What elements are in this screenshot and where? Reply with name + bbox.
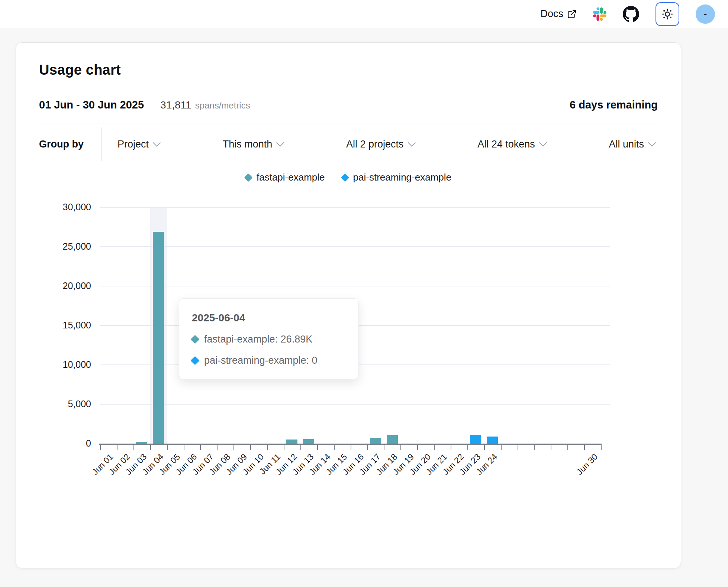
x-axis-tick xyxy=(267,445,268,450)
x-axis-tick xyxy=(217,445,218,450)
bar-fastapi-example-jun-17[interactable] xyxy=(370,438,381,444)
x-axis-tick xyxy=(601,445,602,450)
x-axis-tick-label: Jun 30 xyxy=(574,452,600,477)
x-axis-tick xyxy=(434,445,435,450)
chart-legend: fastapi-examplepai-streaming-example xyxy=(39,172,658,183)
group-by-label: Group by xyxy=(39,139,84,150)
legend-item-fastapi-example[interactable]: fastapi-example xyxy=(245,172,325,183)
x-axis-tick xyxy=(334,445,335,450)
bar-fastapi-example-jun-13[interactable] xyxy=(303,439,314,444)
series-diamond-icon xyxy=(190,335,199,344)
usage-chart-card: Usage chart 01 Jun - 30 Jun 2025 31,811 … xyxy=(16,42,681,568)
docs-link-label: Docs xyxy=(540,8,563,20)
bar-fastapi-example-jun-12[interactable] xyxy=(286,440,297,444)
x-axis-tick xyxy=(200,445,201,450)
dropdown-group-by-project[interactable]: Project xyxy=(117,139,160,150)
y-axis-tick-label: 0 xyxy=(39,438,91,449)
github-icon[interactable] xyxy=(623,6,639,22)
y-axis-tick-label: 10,000 xyxy=(39,359,91,370)
page-title: Usage chart xyxy=(39,62,658,78)
y-gridline xyxy=(100,207,610,208)
x-axis-tick xyxy=(451,445,451,450)
x-axis-tick xyxy=(100,445,101,450)
y-gridline xyxy=(100,246,610,247)
topbar: Docs xyxy=(0,0,728,28)
external-link-icon xyxy=(567,9,577,19)
usage-bar-chart: 2025-06-04 fastapi-example: 26.89K pai-s… xyxy=(39,187,658,495)
x-axis-tick xyxy=(317,445,318,450)
bar-fastapi-example-jun-18[interactable] xyxy=(387,435,398,444)
dropdown-units-filter[interactable]: All units xyxy=(609,139,655,150)
x-axis-tick xyxy=(167,445,168,450)
usage-total-unit: spans/metrics xyxy=(195,100,250,111)
x-axis-tick xyxy=(367,445,368,450)
usage-meta-row: 01 Jun - 30 Jun 2025 31,811 spans/metric… xyxy=(39,99,658,111)
x-axis-tick xyxy=(284,445,284,450)
x-axis-tick xyxy=(567,445,568,450)
slack-icon[interactable] xyxy=(593,7,606,21)
y-gridline xyxy=(100,286,610,286)
series-diamond-icon xyxy=(341,173,349,182)
date-range: 01 Jun - 30 Jun 2025 xyxy=(39,99,144,111)
chevron-down-icon xyxy=(276,139,284,146)
filter-row: Group by Project This month All 2 projec… xyxy=(39,123,658,165)
chart-tooltip: 2025-06-04 fastapi-example: 26.89K pai-s… xyxy=(179,298,359,379)
vertical-divider xyxy=(102,127,102,161)
sun-icon xyxy=(661,8,673,20)
x-axis-tick xyxy=(484,445,485,450)
chevron-down-icon xyxy=(648,139,656,146)
legend-label: fastapi-example xyxy=(257,172,325,183)
chevron-down-icon xyxy=(408,139,415,146)
x-axis-tick xyxy=(534,445,535,450)
x-axis-tick xyxy=(351,445,351,450)
bar-pai-streaming-example-jun-24[interactable] xyxy=(487,437,498,444)
theme-toggle-button[interactable] xyxy=(655,2,679,26)
bar-fastapi-example-jun-04[interactable] xyxy=(153,232,164,444)
chevron-down-icon xyxy=(153,139,161,146)
x-axis-tick xyxy=(133,445,134,450)
x-axis-tick xyxy=(384,445,384,450)
bar-pai-streaming-example-jun-23[interactable] xyxy=(470,435,481,444)
x-axis-tick xyxy=(250,445,251,450)
days-remaining: 6 days remaining xyxy=(570,99,658,111)
dropdown-tokens-filter[interactable]: All 24 tokens xyxy=(477,139,546,150)
tooltip-row: fastapi-example: 26.89K xyxy=(192,334,346,345)
series-diamond-icon xyxy=(244,173,253,182)
usage-total: 31,811 xyxy=(160,99,191,111)
page-body: Usage chart 01 Jun - 30 Jun 2025 31,811 … xyxy=(0,42,728,568)
x-axis-tick xyxy=(417,445,418,450)
x-axis-tick xyxy=(184,445,184,450)
x-axis-tick xyxy=(233,445,234,450)
dropdown-time-range[interactable]: This month xyxy=(223,139,283,150)
y-axis-tick-label: 5,000 xyxy=(39,399,91,409)
x-axis-tick xyxy=(400,445,401,450)
x-axis-tick xyxy=(518,445,518,450)
series-diamond-icon xyxy=(190,356,199,365)
legend-item-pai-streaming-example[interactable]: pai-streaming-example xyxy=(342,172,451,183)
y-gridline xyxy=(100,404,610,405)
y-axis-tick-label: 25,000 xyxy=(39,241,91,252)
avatar[interactable]: - xyxy=(696,4,715,24)
docs-link[interactable]: Docs xyxy=(540,8,577,20)
y-axis-tick-label: 30,000 xyxy=(39,202,91,213)
x-axis-tick xyxy=(300,445,301,450)
x-axis-tick xyxy=(584,445,585,450)
x-axis-tick xyxy=(117,445,117,450)
tooltip-date: 2025-06-04 xyxy=(192,312,346,324)
x-axis-tick xyxy=(501,445,502,450)
legend-label: pai-streaming-example xyxy=(353,172,451,183)
y-axis-tick-label: 15,000 xyxy=(39,320,91,331)
x-axis-tick xyxy=(467,445,468,450)
x-axis-tick xyxy=(551,445,551,450)
x-axis-tick xyxy=(150,445,151,450)
y-axis-tick-label: 20,000 xyxy=(39,280,91,291)
tooltip-row: pai-streaming-example: 0 xyxy=(192,355,346,366)
dropdown-projects-filter[interactable]: All 2 projects xyxy=(346,139,415,150)
chevron-down-icon xyxy=(539,139,547,146)
